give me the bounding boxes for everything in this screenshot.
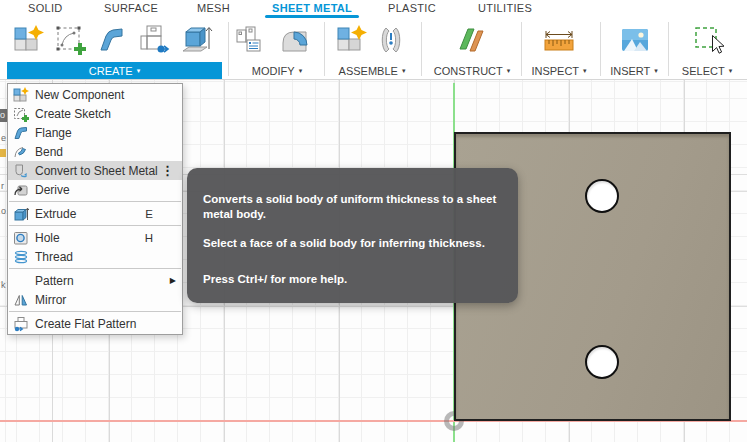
extrude-icon	[179, 23, 213, 57]
select-button[interactable]	[691, 23, 725, 57]
pattern-icon-placeholder	[12, 273, 29, 289]
tooltip-help-hint: Press Ctrl+/ for more help.	[203, 272, 502, 287]
menu-item-derive[interactable]: Derive	[8, 180, 182, 199]
select-dropdown-button[interactable]: SELECT ▾	[676, 62, 738, 79]
menu-separator	[9, 225, 181, 226]
extrude-button[interactable]	[179, 23, 213, 57]
measure-button[interactable]	[541, 23, 575, 57]
submenu-arrow-icon: ▶	[170, 276, 176, 285]
bend-radius-button[interactable]	[278, 23, 312, 57]
chevron-down-icon: ▾	[299, 67, 303, 74]
unfold-faces-button[interactable]	[233, 23, 267, 57]
chevron-down-icon: ▾	[654, 67, 658, 74]
hole-icon	[12, 230, 29, 246]
new-component-button[interactable]	[11, 23, 45, 57]
create-flat-pattern-icon	[12, 316, 29, 332]
toolbar-separator	[228, 22, 229, 76]
chevron-down-icon: ▾	[729, 67, 733, 74]
toolbar-separator	[521, 22, 522, 76]
shortcut-key: H	[145, 232, 153, 244]
menu-separator	[9, 201, 181, 202]
browser-fragment: o	[1, 206, 6, 216]
menu-item-label: Extrude	[35, 207, 76, 221]
menu-item-label: Bend	[35, 145, 63, 159]
menu-item-label: Derive	[35, 183, 70, 197]
chevron-down-icon: ▾	[137, 67, 141, 74]
hole-feature-top	[585, 179, 619, 213]
menu-item-create-flat-pattern[interactable]: Create Flat Pattern	[8, 314, 182, 333]
menu-item-hole[interactable]: Hole H	[8, 228, 182, 247]
create-dropdown-menu: New Component Create Sketch Flange	[7, 83, 183, 335]
modify-label: MODIFY	[252, 65, 295, 77]
shortcut-key: E	[145, 208, 153, 220]
inspect-dropdown-button[interactable]: INSPECT ▾	[528, 62, 590, 79]
menu-item-flange[interactable]: Flange	[8, 123, 182, 142]
bend-radius-icon	[278, 23, 312, 57]
assemble-new-component-icon	[334, 23, 368, 57]
modify-dropdown-button[interactable]: MODIFY ▾	[233, 62, 321, 79]
construct-label: CONSTRUCT	[434, 65, 503, 77]
tab-sheet-metal[interactable]: SHEET METAL	[272, 2, 352, 14]
mirror-icon	[12, 292, 29, 308]
browser-fragment: e	[1, 133, 6, 143]
hole-feature-bottom	[585, 345, 619, 379]
menu-item-label: New Component	[35, 88, 124, 102]
menu-separator	[9, 311, 181, 312]
menu-item-convert-to-sheet-metal[interactable]: Convert to Sheet Metal ⋮	[8, 161, 182, 180]
create-dropdown-button[interactable]: CREATE ▾	[7, 62, 222, 79]
assemble-group: ASSEMBLE ▾	[334, 18, 410, 80]
joint-icon	[374, 23, 408, 57]
derive-icon	[12, 182, 29, 198]
browser-fragment: o	[0, 109, 7, 122]
tab-solid[interactable]: SOLID	[28, 2, 63, 14]
tab-mesh[interactable]: MESH	[197, 2, 230, 14]
flange-icon	[12, 125, 29, 141]
insert-dropdown-button[interactable]: INSERT ▾	[605, 62, 663, 79]
create-label: CREATE	[89, 65, 133, 77]
menu-item-thread[interactable]: Thread	[8, 247, 182, 266]
chevron-down-icon: ▾	[583, 67, 587, 74]
menu-item-create-sketch[interactable]: Create Sketch	[8, 104, 182, 123]
menu-separator	[9, 268, 181, 269]
create-sketch-icon	[12, 106, 29, 122]
tooltip-instruction: Select a face of a solid body for inferr…	[203, 236, 502, 251]
tab-surface[interactable]: SURFACE	[104, 2, 158, 14]
tab-utilities[interactable]: UTILITIES	[478, 2, 532, 14]
insert-group: INSERT ▾	[605, 18, 663, 80]
modify-group: MODIFY ▾	[233, 18, 321, 80]
flange-button[interactable]	[95, 23, 129, 57]
kebab-menu-icon[interactable]: ⋮	[161, 163, 174, 178]
menu-item-bend[interactable]: Bend	[8, 142, 182, 161]
insert-label: INSERT	[610, 65, 650, 77]
insert-image-button[interactable]	[618, 23, 652, 57]
inspect-group: INSPECT ▾	[528, 18, 590, 80]
new-component-icon	[12, 87, 29, 103]
unfold-button[interactable]	[137, 23, 171, 57]
menu-item-pattern[interactable]: Pattern ▶	[8, 271, 182, 290]
toolbar-separator	[421, 22, 422, 76]
menu-item-label: Create Flat Pattern	[35, 317, 136, 331]
menu-item-label: Hole	[35, 231, 60, 245]
menu-item-extrude[interactable]: Extrude E	[8, 204, 182, 223]
construct-plane-button[interactable]	[455, 23, 489, 57]
toolbar-separator	[324, 22, 325, 76]
browser-fragment: k	[1, 280, 6, 290]
toolbar-tab-bar: SOLID SURFACE MESH SHEET METAL PLASTIC U…	[0, 0, 747, 18]
create-sketch-button[interactable]	[53, 23, 87, 57]
assemble-new-component-button[interactable]	[334, 23, 368, 57]
menu-item-mirror[interactable]: Mirror	[8, 290, 182, 309]
construct-dropdown-button[interactable]: CONSTRUCT ▾	[437, 62, 507, 79]
tooltip-description: Converts a solid body of uniform thickne…	[203, 192, 502, 222]
chevron-down-icon: ▾	[507, 67, 511, 74]
joint-button[interactable]	[374, 23, 408, 57]
tab-plastic[interactable]: PLASTIC	[388, 2, 436, 14]
menu-item-new-component[interactable]: New Component	[8, 85, 182, 104]
assemble-dropdown-button[interactable]: ASSEMBLE ▾	[334, 62, 410, 79]
toolbar-separator	[600, 22, 601, 76]
assemble-label: ASSEMBLE	[339, 65, 398, 77]
select-cursor-icon	[691, 23, 725, 57]
menu-item-label: Pattern	[35, 274, 74, 288]
toolbar-separator	[668, 22, 669, 76]
command-tooltip: Converts a solid body of uniform thickne…	[187, 168, 518, 303]
unfold-icon	[137, 23, 171, 57]
